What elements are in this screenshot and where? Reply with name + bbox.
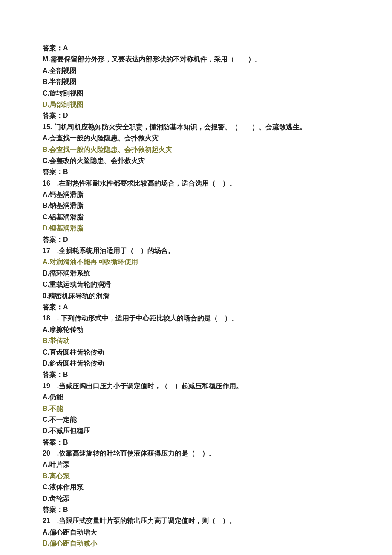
question-stem: 19 .当减压阀出口压力小于调定值时，（ ）起减压和稳压作用。 [43,381,349,392]
option-b-highlighted: B.偏心距自动减小 [43,538,349,549]
answer-line: 答案：D [43,110,349,121]
answer-line: 答案：B [43,369,349,380]
option-a: A.仍能 [43,392,349,403]
option-c: C.液体作用泵 [43,482,349,493]
answer-line: 答案：A [43,302,349,313]
answer-line: 答案：B [43,504,349,515]
option-c: C.直齿圆柱齿轮传动 [43,347,349,358]
option-a: A.会查找一般的火险隐患、会扑救火灾 [43,133,349,144]
question-stem: 20 .依靠高速旋转的叶轮而使液体获得压力的是（ ）。 [43,448,349,459]
question-stem: 15. 门机司机应熟知防火安全职责，懂消防基本知识，会报警、（ ）、会疏散逃生。 [43,122,349,133]
option-b: B.钠基润滑脂 [43,200,349,211]
option-c: C.不一定能 [43,414,349,425]
option-c: C.铝基润滑脂 [43,212,349,223]
question-stem: 17 .全损耗系统用油适用于（ ）的场合。 [43,245,349,256]
option-d: D.齿轮泵 [43,493,349,504]
answer-line: 答案：B [43,166,349,177]
question-stem: 21 .当限压式变量叶片泵的输出压力高于调定值时，则（ ）。 [43,515,349,526]
option-c: C.重载运载齿轮的润滑 [43,279,349,290]
answer-line: 答案：B [43,437,349,448]
option-b: B.循环润滑系统 [43,268,349,279]
option-a-highlighted: A.对润滑油不能再回收循环使用 [43,256,349,267]
question-stem: M.需要保留部分外形，又要表达内部形状的不对称机件，采用（ ）。 [43,54,349,65]
option-d-highlighted: D.锂基润滑脂 [43,223,349,234]
answer-line: 答案：A [43,43,349,54]
option-c: C.会整改的火险隐患、会扑救火灾 [43,155,349,166]
option-a: A.全剖视图 [43,65,349,76]
option-a: A.偏心距自动增大 [43,527,349,538]
answer-text: 答案：A [43,44,68,52]
option-a: A.叶片泵 [43,459,349,470]
option-d-highlighted: D.局部剖视图 [43,99,349,110]
stem-text: M.需要保留部分外形，又要表达内部形状的不对称机件，采用（ ）。 [43,55,262,63]
option-d: D.不减压但稳压 [43,425,349,436]
question-stem: 18 . 下列传动形式中，适用于中心距比较大的场合的是（ ）。 [43,313,349,324]
option-b-highlighted: B.会查找一般的火险隐患、会扑救初起火灾 [43,144,349,155]
document-page: 答案：A M.需要保留部分外形，又要表达内部形状的不对称机件，采用（ ）。 A.… [0,0,392,555]
option-b-highlighted: B.离心泵 [43,471,349,482]
option-b: B.半剖视图 [43,76,349,87]
option-d: 0.精密机床导轨的润滑 [43,291,349,302]
option-c: C.旋转剖视图 [43,88,349,99]
option-a: A.钙基润滑脂 [43,189,349,200]
answer-line: 答案：D [43,234,349,245]
option-b-highlighted: B.带传动 [43,335,349,346]
option-a: A.摩擦轮传动 [43,324,349,335]
option-b-highlighted: B.不能 [43,403,349,414]
question-stem: 16 .在耐热性和耐水性都要求比较高的场合，适合选用（ ）。 [43,178,349,189]
option-d: D.斜齿圆柱齿轮传动 [43,358,349,369]
